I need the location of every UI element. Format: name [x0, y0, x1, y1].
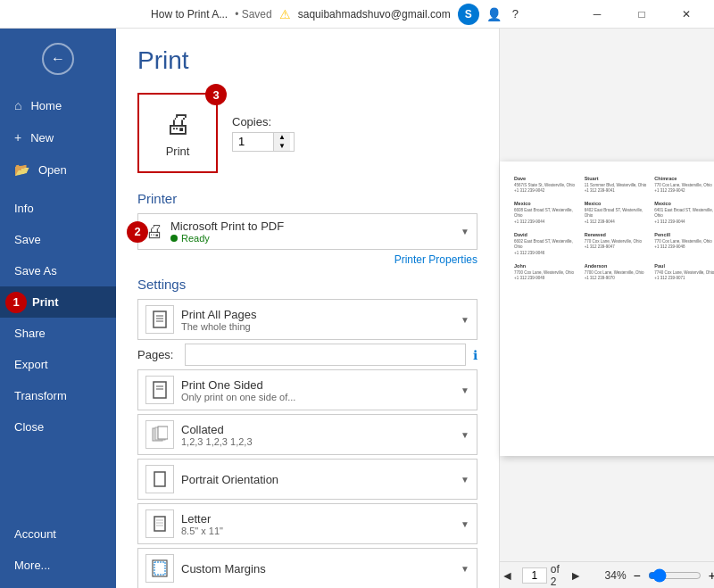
pages-label: Pages:: [137, 348, 178, 361]
user-email: saquibahmadshuvo@gmail.com: [298, 8, 451, 21]
printer-section-title: Printer: [137, 191, 477, 206]
paper-dropdown-arrow: ▼: [461, 519, 469, 529]
sidebar-item-more-label: More...: [14, 559, 50, 572]
preview-card-renewed: Renewed 770 Cox Lane, Westerville, Ohio+…: [585, 232, 648, 256]
settings-section-title: Settings: [137, 277, 477, 292]
margins-setting-name: Custom Margins: [181, 562, 461, 576]
settings-row-sides[interactable]: Print One Sided Only print on one side o…: [137, 369, 477, 410]
copies-spinner: ▲ ▼: [273, 133, 290, 151]
copies-area: Copies: ▲ ▼: [232, 115, 295, 152]
svg-rect-10: [154, 472, 165, 486]
sidebar-item-open[interactable]: 📂 Open: [0, 153, 116, 186]
paper-setting-name: Letter: [181, 512, 461, 526]
settings-row-collated[interactable]: Collated 1,2,3 1,2,3 1,2,3 ▼: [137, 414, 477, 455]
sidebar-bottom: Account More...: [0, 518, 116, 588]
close-btn[interactable]: ✕: [666, 0, 707, 29]
sides-icon: [145, 376, 174, 404]
help-btn[interactable]: ?: [509, 7, 522, 21]
sides-info: Print One Sided Only print on one side o…: [181, 378, 461, 402]
zoom-out-btn[interactable]: −: [634, 568, 641, 583]
minimize-btn[interactable]: ─: [577, 0, 618, 29]
preview-page: Dave 4567/S State St, Westerville, Ohio+…: [500, 161, 714, 456]
printer-name: Microsoft Print to PDF: [170, 219, 461, 233]
svg-rect-4: [154, 382, 166, 398]
printer-icon: 🖨: [164, 109, 191, 139]
sidebar-item-transform[interactable]: Transform: [0, 380, 116, 411]
pages-input[interactable]: [185, 344, 466, 366]
settings-row-orientation[interactable]: Portrait Orientation ▼: [137, 459, 477, 500]
collated-dropdown-arrow: ▼: [461, 430, 469, 440]
sidebar-item-save[interactable]: Save: [0, 224, 116, 255]
sidebar-item-share-label: Share: [14, 327, 46, 340]
settings-row-margins[interactable]: Custom Margins ▼: [137, 548, 477, 588]
sidebar-item-share[interactable]: Share: [0, 318, 116, 349]
sidebar-item-print-label: Print: [32, 295, 59, 309]
sidebar-item-export-label: Export: [14, 358, 48, 371]
sidebar-item-export[interactable]: Export: [0, 349, 116, 380]
content-area: Print 3 🖨 Print Copies:: [116, 29, 714, 588]
print-button[interactable]: 🖨 Print: [137, 93, 218, 173]
margins-info: Custom Margins: [181, 562, 461, 576]
page-number-input[interactable]: [522, 567, 547, 584]
back-button[interactable]: ←: [42, 43, 74, 75]
preview-card-anderson: Anderson 7700 Cox Lane, Westerville, Ohi…: [585, 263, 648, 282]
printer-selector[interactable]: 🖨 Microsoft Print to PDF Ready ▼: [137, 213, 477, 250]
title-bar: How to Print A... • Saved ⚠ saquibahmads…: [0, 0, 714, 29]
saved-badge: • Saved: [235, 8, 272, 21]
printer-section: 2 🖨 Microsoft Print to PDF Ready ▼: [137, 213, 477, 250]
sidebar-item-close[interactable]: Close: [0, 411, 116, 443]
step3-badge: 3: [205, 84, 227, 105]
preview-card-david: David 6602 East Broad ST, Westerville, O…: [514, 232, 577, 256]
preview-card-mexico1: Mexico 6608 East Broad ST, Westerville, …: [514, 201, 577, 225]
prev-page-btn[interactable]: ◄: [500, 567, 515, 584]
printer-status: Ready: [170, 233, 461, 244]
svg-rect-11: [154, 517, 165, 531]
step2-badge: 2: [127, 221, 148, 243]
orientation-setting-name: Portrait Orientation: [181, 473, 461, 486]
copies-field[interactable]: [233, 133, 273, 150]
restore-btn[interactable]: □: [621, 0, 662, 29]
preview-bottom-bar: ◄ of 2 ► 34% − + ⤢: [500, 561, 714, 588]
paper-icon: [145, 509, 174, 538]
sidebar-item-home[interactable]: ⌂ Home: [0, 89, 116, 121]
preview-area: ▲ ▼ Dave 4567/S State St, Westerville, O…: [500, 29, 714, 588]
open-icon: 📂: [14, 162, 29, 177]
avatar[interactable]: S: [458, 4, 479, 25]
status-dot: [170, 235, 178, 242]
print-title: Print: [137, 46, 477, 75]
settings-row-paper[interactable]: Letter 8.5" x 11" ▼: [137, 503, 477, 544]
step1-badge: 1: [5, 292, 27, 313]
print-button-wrapper: 3 🖨 Print: [137, 93, 218, 173]
printer-properties-link[interactable]: Printer Properties: [137, 253, 477, 266]
preview-card-mexico3: Mexico 6401 East Broad ST, Westerville, …: [654, 201, 714, 225]
printer-device-icon: 🖨: [145, 221, 163, 242]
next-page-btn[interactable]: ►: [569, 567, 584, 584]
copies-down[interactable]: ▼: [274, 142, 290, 151]
settings-row-pages[interactable]: Print All Pages The whole thing ▼: [137, 299, 477, 340]
margins-icon: [145, 554, 174, 583]
sidebar-item-saveas[interactable]: Save As: [0, 255, 116, 286]
paper-setting-sub: 8.5" x 11": [181, 526, 461, 536]
sidebar-item-home-label: Home: [30, 99, 62, 112]
new-icon: +: [14, 130, 21, 145]
copies-up[interactable]: ▲: [274, 133, 290, 142]
sidebar-item-info[interactable]: Info: [0, 193, 116, 224]
sidebar-item-new[interactable]: + New: [0, 121, 116, 153]
title-bar-center: How to Print A... • Saved ⚠ saquibahmads…: [151, 4, 522, 25]
pages-info-icon[interactable]: ℹ: [473, 348, 477, 362]
sidebar-item-account-label: Account: [14, 527, 56, 541]
preview-card-pencill: Pencill 770 Cox Lane, Westerville, Ohio+…: [654, 232, 714, 256]
preview-card-stuart: Stuart 11 Sommer Blvd, Westerville, Ohio…: [585, 176, 648, 195]
profile-icon[interactable]: 👤: [486, 7, 502, 21]
zoom-slider[interactable]: [648, 568, 702, 583]
print-button-area: 3 🖨 Print Copies: ▲ ▼: [137, 93, 477, 173]
sidebar-item-new-label: New: [30, 131, 54, 145]
svg-rect-0: [154, 311, 166, 327]
sidebar-item-account[interactable]: Account: [0, 518, 116, 550]
svg-rect-16: [154, 562, 165, 575]
sides-setting-sub: Only print on one side of...: [181, 392, 461, 402]
sidebar-item-more[interactable]: More...: [0, 550, 116, 581]
zoom-level: 34%: [605, 569, 627, 582]
zoom-in-btn[interactable]: +: [709, 568, 714, 583]
window-controls: ─ □ ✕: [577, 0, 707, 29]
